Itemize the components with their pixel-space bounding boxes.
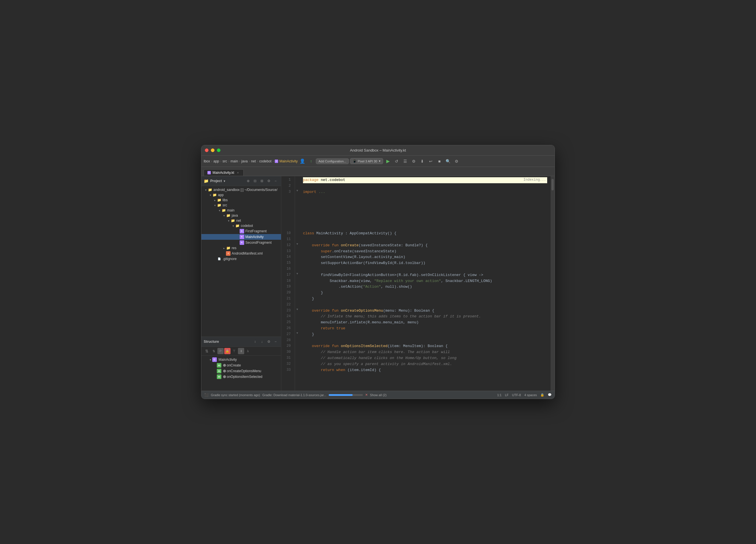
struct-visibility-btn[interactable]: P bbox=[217, 348, 224, 354]
tab-kotlin-icon: K bbox=[207, 171, 211, 174]
struct-hierarchy-btn[interactable]: ⊤ bbox=[231, 348, 237, 354]
scrollbar-thumb[interactable] bbox=[551, 179, 554, 190]
sidebar-header: 📁 Project ▾ ⊕ ⊟ ⊞ ⚙ − bbox=[201, 176, 281, 186]
struct-method-oncreateoptionsmenu[interactable]: ▸ m onCreateOptionsMenu bbox=[201, 368, 281, 374]
tree-item-app[interactable]: ▾ 📁 app bbox=[201, 192, 281, 197]
folder-icon: 📁 bbox=[226, 213, 231, 217]
code-line-24: // Inflate the menu; this adds items to … bbox=[303, 314, 547, 320]
run-button[interactable]: ▶ bbox=[384, 157, 392, 165]
search-button[interactable]: 🔍 bbox=[444, 157, 452, 165]
fold-gutter: ▼ ▼ ▼ bbox=[295, 176, 300, 391]
tab-close-button[interactable]: × bbox=[236, 171, 240, 175]
struct-class-item[interactable]: ▾ C MainActivity bbox=[201, 357, 281, 363]
code-content[interactable]: 1 2 3 4 5 6 7 8 9 10 11 12 13 14 15 16 1 bbox=[281, 176, 555, 391]
code-line-32: // as you specify a parent activity in A… bbox=[303, 361, 547, 367]
breadcrumb-item[interactable]: net bbox=[251, 159, 256, 163]
indent-settings[interactable]: 4 spaces bbox=[524, 393, 537, 397]
main-content: 📁 Project ▾ ⊕ ⊟ ⊞ ⚙ − ▾ 📁 android_sand bbox=[201, 176, 555, 391]
code-line-7 bbox=[303, 213, 547, 219]
build-button[interactable]: ⚙ bbox=[410, 157, 417, 165]
close-button[interactable] bbox=[205, 148, 209, 152]
structure-close-btn[interactable]: − bbox=[272, 339, 279, 345]
line-separator[interactable]: LF bbox=[505, 393, 509, 397]
struct-anon-btn[interactable]: λ bbox=[245, 348, 251, 354]
add-configuration-button[interactable]: Add Configuration... bbox=[316, 158, 349, 164]
breadcrumb-item[interactable]: java bbox=[241, 159, 248, 163]
tree-item-java[interactable]: ▾ 📁 java bbox=[201, 213, 281, 218]
rerun-button[interactable]: ↺ bbox=[393, 157, 400, 165]
device-selector[interactable]: 📱 Pixel 3 API 30 ▾ bbox=[350, 158, 383, 164]
status-bar-right: 1:1 LF UTF-8 4 spaces 🔒 💬 bbox=[497, 393, 552, 397]
sidebar-collapse-btn[interactable]: ⊟ bbox=[252, 178, 258, 184]
code-line-3: import ... bbox=[303, 189, 547, 195]
sidebar-close-btn[interactable]: − bbox=[272, 178, 279, 184]
show-all-btn[interactable]: Show all (2) bbox=[370, 393, 387, 397]
sidebar-flatten-btn[interactable]: ⊞ bbox=[259, 178, 265, 184]
tree-item-firstfragment[interactable]: K FirstFragment bbox=[201, 228, 281, 234]
tree-item-root[interactable]: ▾ 📁 android_sandbox [:] ~/Documents/Sour… bbox=[201, 187, 281, 192]
status-cancel-btn[interactable]: ✕ bbox=[365, 393, 368, 397]
breadcrumb-item[interactable]: codebot bbox=[259, 159, 272, 163]
tree-item-mainactivity[interactable]: K MainActivity bbox=[201, 234, 281, 240]
file-encoding[interactable]: UTF-8 bbox=[512, 393, 521, 397]
tree-item-secondfragment[interactable]: K SecondFragment bbox=[201, 240, 281, 245]
tree-expand-icon: ▾ bbox=[208, 358, 212, 361]
cursor-position[interactable]: 1:1 bbox=[497, 393, 502, 397]
struct-sort-alpha-btn[interactable]: ⇅ bbox=[204, 348, 210, 354]
vertical-scrollbar[interactable] bbox=[551, 176, 555, 391]
vcs-status-btn[interactable]: 🔒 bbox=[540, 393, 544, 397]
structure-settings-btn[interactable]: ⚙ bbox=[266, 339, 272, 345]
stop-button[interactable]: ☰ bbox=[401, 157, 409, 165]
struct-lock-btn[interactable]: 🔒 bbox=[224, 348, 231, 354]
tree-item-src[interactable]: ▾ 📁 src bbox=[201, 203, 281, 208]
tree-expand-icon: ▾ bbox=[217, 209, 221, 212]
tab-mainactivity[interactable]: K MainActivity.kt × bbox=[204, 169, 244, 176]
breadcrumb-item[interactable]: src bbox=[223, 159, 227, 163]
settings-button[interactable]: ⚙ bbox=[453, 157, 460, 165]
access-modifier-icon bbox=[223, 364, 226, 367]
git-file-icon: 📄 bbox=[217, 257, 221, 260]
code-line-10: class MainActivity : AppCompatActivity()… bbox=[303, 230, 547, 236]
status-build-btn[interactable]: ⬛ bbox=[204, 393, 209, 397]
structure-sort2-btn[interactable]: ↓ bbox=[259, 339, 265, 345]
struct-method-onoptionsitemselected[interactable]: ▸ m onOptionsItemSelected bbox=[201, 374, 281, 380]
breadcrumb-active[interactable]: K MainActivity bbox=[275, 159, 298, 163]
maximize-button[interactable] bbox=[217, 148, 221, 152]
tree-item-main[interactable]: ▾ 📁 main bbox=[201, 208, 281, 213]
tree-item-net[interactable]: ▾ 📁 net bbox=[201, 218, 281, 223]
sidebar-scope-btn[interactable]: ⊕ bbox=[245, 178, 251, 184]
debug-button[interactable]: ■ bbox=[436, 157, 443, 165]
profile-button[interactable]: ⬇ bbox=[419, 157, 426, 165]
breadcrumb-item[interactable]: lbox bbox=[204, 159, 210, 163]
tree-item-codebot[interactable]: ▾ 📁 codebot bbox=[201, 223, 281, 228]
structure-actions: ↕ ↓ ⚙ − bbox=[252, 339, 279, 345]
code-line-9 bbox=[303, 224, 547, 230]
tree-item-label: java bbox=[232, 213, 238, 217]
notification-btn[interactable]: 💬 bbox=[548, 393, 552, 397]
breadcrumb-item[interactable]: main bbox=[231, 159, 238, 163]
struct-inherit-btn[interactable]: ⬇ bbox=[238, 348, 244, 354]
tree-item-manifest[interactable]: A AndroidManifest.xml bbox=[201, 250, 281, 256]
progress-fill bbox=[329, 394, 353, 396]
struct-sort-type-btn[interactable]: ⇅ bbox=[211, 348, 217, 354]
code-area[interactable]: Indexing... package net.codebot import .… bbox=[300, 176, 551, 391]
breadcrumb-item[interactable]: app bbox=[213, 159, 219, 163]
struct-method-oncreate[interactable]: ▸ m onCreate bbox=[201, 363, 281, 368]
tree-item-label: MainActivity bbox=[245, 235, 264, 239]
tab-bar: K MainActivity.kt × bbox=[201, 167, 555, 176]
vcs-btn[interactable]: ↑ bbox=[307, 157, 315, 165]
breadcrumb: lbox › app › src › main › java › net › c… bbox=[204, 159, 298, 163]
structure-sort-btn[interactable]: ↕ bbox=[252, 339, 258, 345]
code-line-33: return when (item.itemId) { bbox=[303, 367, 547, 373]
tree-item-libs[interactable]: ▸ 📁 libs bbox=[201, 197, 281, 203]
coverage-button[interactable]: ↩ bbox=[427, 157, 434, 165]
vcs-icon-btn[interactable]: 👤 bbox=[299, 157, 306, 165]
tree-expand-icon: ▾ bbox=[213, 204, 217, 207]
folder-icon: 📁 bbox=[235, 224, 240, 228]
status-bar-left: ⬛ Gradle sync started (moments ago) Grad… bbox=[204, 393, 495, 397]
code-line-18: Snackbar.make(view, "Replace with your o… bbox=[303, 278, 547, 284]
tree-item-gitignore[interactable]: 📄 .gitignore bbox=[201, 256, 281, 261]
minimize-button[interactable] bbox=[211, 148, 215, 152]
sidebar-settings-btn[interactable]: ⚙ bbox=[266, 178, 272, 184]
tree-item-res[interactable]: ▸ 📁 res bbox=[201, 245, 281, 250]
